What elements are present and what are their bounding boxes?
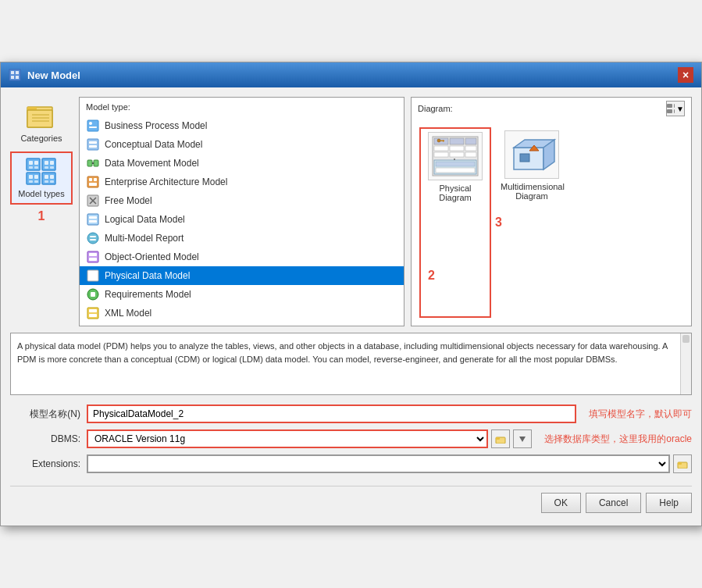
svg-rect-74 (450, 146, 464, 151)
multi-model-icon (86, 231, 100, 245)
svg-rect-2 (16, 71, 19, 74)
oo-icon (86, 250, 100, 264)
diagram-view-button[interactable]: ▼ (666, 101, 685, 116)
svg-rect-58 (89, 276, 92, 280)
model-type-business-process-label: Business Process Model (105, 120, 207, 131)
help-button[interactable]: Help (646, 493, 692, 513)
description-scrollbar[interactable] (680, 333, 691, 394)
svg-rect-25 (34, 180, 38, 183)
model-type-conceptual[interactable]: Conceptual Data Model (80, 135, 404, 154)
dbms-folder-button[interactable] (491, 429, 510, 448)
conceptual-icon (86, 137, 100, 151)
model-type-oo[interactable]: Object-Oriented Model (80, 248, 404, 266)
model-type-requirements[interactable]: Requirements Model (80, 285, 404, 304)
data-movement-icon (86, 156, 100, 170)
dbms-select[interactable]: ORACLE Version 11g (87, 429, 488, 448)
svg-rect-42 (89, 183, 97, 186)
svg-rect-81 (436, 168, 475, 173)
svg-rect-20 (50, 166, 54, 169)
svg-rect-30 (50, 180, 54, 183)
model-type-business-process[interactable]: Business Process Model (80, 116, 404, 135)
model-type-logical-label: Logical Data Model (105, 214, 185, 225)
svg-rect-28 (50, 175, 54, 179)
model-type-enterprise-label: Enterprise Architecture Model (105, 176, 227, 187)
svg-rect-51 (90, 239, 96, 241)
xml-icon (86, 306, 100, 320)
dbms-label: DBMS: (10, 433, 80, 444)
svg-rect-68 (674, 109, 675, 113)
diagram-content: Physical Diagram 3 (412, 119, 691, 326)
sidebar-item-categories[interactable]: Categories (10, 97, 73, 148)
model-name-annotation: 填写模型名字，默认即可 (589, 408, 692, 421)
dbms-annotation: 选择数据库类型，这里我用的oracle (544, 433, 692, 446)
svg-rect-23 (34, 175, 38, 179)
svg-rect-53 (89, 253, 97, 256)
model-type-conceptual-label: Conceptual Data Model (105, 139, 202, 150)
extensions-folder-button[interactable] (673, 454, 692, 473)
model-type-physical[interactable]: Physical Data Model 2 (80, 266, 404, 285)
close-button[interactable]: × (678, 67, 693, 83)
description-section: A physical data model (PDM) helps you to… (10, 333, 692, 395)
svg-rect-54 (89, 258, 97, 261)
number-label-1: 1 (10, 209, 73, 223)
svg-rect-76 (434, 152, 448, 157)
dialog-icon (9, 69, 21, 81)
extensions-wrapper (87, 454, 692, 473)
model-type-data-movement-label: Data Movement Model (105, 158, 199, 169)
svg-rect-31 (87, 120, 98, 131)
model-type-data-movement[interactable]: Data Movement Model (80, 154, 404, 173)
model-types-icon (26, 158, 57, 186)
extensions-select[interactable] (87, 454, 670, 473)
svg-rect-85 (443, 141, 444, 142)
svg-rect-36 (89, 145, 97, 148)
svg-rect-95 (678, 462, 682, 465)
physical-diagram-icon (428, 132, 483, 180)
dbms-arrow-button[interactable] (513, 429, 532, 448)
diagram-item-physical[interactable]: Physical Diagram 3 (419, 127, 491, 318)
bottom-buttons: OK Cancel Help (10, 486, 692, 516)
svg-rect-61 (91, 292, 95, 297)
physical-icon (86, 269, 100, 283)
svg-rect-35 (89, 141, 97, 144)
svg-rect-38 (94, 160, 98, 166)
svg-rect-17 (45, 161, 48, 165)
model-name-input[interactable] (87, 404, 576, 423)
model-type-multi[interactable]: Multi-Model Report (80, 229, 404, 248)
sidebar-item-model-types[interactable]: Model types (10, 151, 73, 205)
svg-point-83 (437, 139, 440, 142)
diagram-item-multidimensional[interactable]: Multidimensional Diagram (497, 127, 566, 318)
svg-point-49 (87, 233, 98, 244)
svg-rect-75 (465, 146, 476, 151)
enterprise-icon (86, 175, 100, 189)
model-name-row: 模型名称(N) 填写模型名字，默认即可 (10, 404, 692, 423)
title-bar-left: New Model (9, 69, 80, 81)
model-type-requirements-label: Requirements Model (105, 289, 191, 300)
svg-rect-50 (90, 236, 96, 237)
model-type-panel-label: Model type: (80, 101, 404, 116)
model-type-oo-label: Object-Oriented Model (105, 251, 199, 262)
model-type-logical[interactable]: Logical Data Model (80, 210, 404, 229)
svg-rect-24 (29, 180, 33, 183)
model-type-enterprise[interactable]: Enterprise Architecture Model (80, 173, 404, 191)
physical-diagram-label: Physical Diagram (424, 184, 486, 202)
title-bar: New Model × (1, 62, 701, 87)
svg-rect-48 (89, 220, 97, 223)
svg-rect-59 (94, 276, 97, 280)
model-types-label: Model types (18, 189, 64, 198)
model-type-panel: Model type: Business Process Model Conce… (79, 97, 404, 326)
svg-rect-1 (11, 71, 14, 74)
svg-rect-3 (11, 76, 14, 79)
svg-rect-71 (450, 138, 464, 144)
cancel-button[interactable]: Cancel (586, 493, 641, 513)
multidimensional-diagram-icon (504, 130, 559, 179)
categories-label: Categories (20, 134, 62, 143)
diagram-header: Diagram: ▼ (412, 98, 691, 119)
model-type-xml[interactable]: XML Model (80, 304, 404, 323)
svg-rect-34 (87, 139, 98, 150)
model-type-free[interactable]: Free Model (80, 191, 404, 210)
svg-marker-93 (519, 437, 526, 442)
ok-button[interactable]: OK (541, 493, 581, 513)
requirements-icon (86, 287, 100, 301)
svg-rect-73 (434, 146, 448, 151)
model-type-xml-label: XML Model (105, 308, 151, 319)
